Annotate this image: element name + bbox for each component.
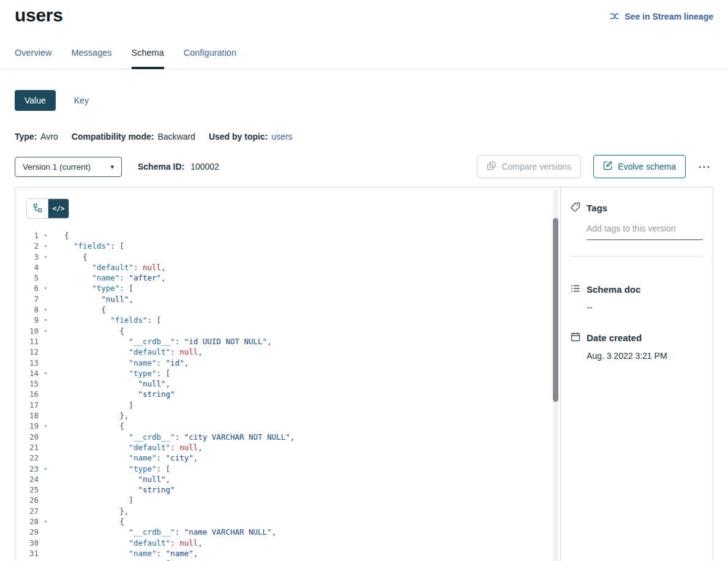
line-number: 17 [15,400,39,410]
code-text: "__crdb__": "id UUID NOT NULL", [64,336,272,347]
schema-doc-value: -- [587,303,703,312]
code-text: "name": "name", [64,548,198,559]
fold-arrow-icon[interactable]: ▾ [39,326,64,336]
code-text: }, [64,506,129,516]
code-line: 18 }, [15,410,550,421]
date-created-title: Date created [587,333,642,343]
code-text: ] [64,495,133,505]
line-number: 20 [15,432,39,442]
version-select[interactable]: Version 1 (current) ▾ [15,157,122,177]
compare-versions-button[interactable]: Compare versions [477,155,581,178]
line-number: 6 [15,283,39,293]
code-text: "name": "city", [64,453,198,463]
line-number: 22 [15,453,39,463]
fold-arrow-icon[interactable]: ▾ [39,315,64,325]
line-number: 21 [15,442,39,453]
fold-arrow-icon[interactable]: ▾ [39,464,64,474]
line-number: 28 [15,516,39,527]
scrollbar-track[interactable] [553,190,558,561]
tab-configuration[interactable]: Configuration [184,48,236,69]
code-line: 16 "string" [15,389,550,399]
topic-link[interactable]: users [271,132,292,141]
line-number: 9 [15,315,39,325]
fold-arrow-icon[interactable]: ▾ [39,516,64,527]
fold-spacer [39,378,64,389]
key-toggle-button[interactable]: Key [74,96,89,105]
code-text: "default": null, [64,442,203,453]
code-view-button[interactable]: </> [48,199,69,218]
code-lines: 1▾{2▾ "fields": [3▾ {4 "default": null,5… [15,230,550,561]
tab-overview[interactable]: Overview [15,48,51,69]
schema-doc-section: Schema doc -- [571,284,703,312]
code-text: { [64,421,124,431]
code-text: "null", [64,294,133,304]
tree-view-button[interactable] [27,199,48,218]
fold-spacer [39,442,64,453]
code-line: 29 "__crdb__": "name VARCHAR NULL", [15,527,550,537]
code-line: 19▾ { [15,421,550,431]
tab-messages[interactable]: Messages [71,48,111,69]
fold-arrow-icon[interactable]: ▾ [39,368,64,378]
tags-input[interactable] [587,220,703,240]
code-line: 5 "name": "after", [15,273,550,283]
schema-panel: </> 1▾{2▾ "fields": [3▾ {4 "default": nu… [15,187,713,561]
line-number: 4 [15,262,39,273]
calendar-icon [571,332,580,344]
line-number: 5 [15,273,39,283]
code-line: 1▾{ [15,230,550,241]
code-text: "name": "id", [64,358,189,368]
schema-doc-heading: Schema doc [571,284,703,295]
evolve-schema-button[interactable]: Evolve schema [593,155,686,178]
code-text: "type": [ [64,368,170,378]
fold-arrow-icon[interactable]: ▾ [39,230,64,241]
fold-spacer [39,495,64,505]
fold-arrow-icon[interactable]: ▾ [39,283,64,293]
code-text: "name": "after", [64,273,166,283]
compare-versions-label: Compare versions [501,162,571,171]
line-number: 10 [15,326,39,336]
page-title: users [15,5,63,26]
line-number: 14 [15,368,39,378]
line-number: 2 [15,241,39,251]
code-text: "fields": [ [64,241,124,251]
date-created-section: Date created Aug. 3 2022 3:21 PM [571,332,703,361]
fold-arrow-icon[interactable]: ▾ [39,252,64,262]
code-line: 4 "default": null, [15,262,550,273]
code-line: 23▾ "type": [ [15,464,550,474]
stream-lineage-icon [609,11,620,21]
value-toggle-button[interactable]: Value [15,90,56,111]
tags-section: Tags [571,202,703,257]
code-line: 27 }, [15,506,550,516]
scrollbar-thumb[interactable] [553,218,558,402]
fold-spacer [39,453,64,463]
code-line: 8▾ { [15,304,550,315]
schema-sidebar: Tags Schema doc -- [561,187,713,561]
code-line: 10▾ { [15,326,550,336]
code-line: 31 "name": "name", [15,548,550,559]
list-icon [571,284,580,295]
tree-view-icon [33,203,42,214]
fold-spacer [39,336,64,347]
line-number: 26 [15,495,39,505]
line-number: 13 [15,358,39,368]
fold-arrow-icon[interactable]: ▾ [39,559,64,561]
tab-schema[interactable]: Schema [132,48,164,69]
code-line: 32▾ "type": [ [15,559,550,561]
code-line: 11 "__crdb__": "id UUID NOT NULL", [15,336,550,347]
fold-spacer [39,347,64,357]
fold-spacer [39,262,64,273]
schema-editor: </> 1▾{2▾ "fields": [3▾ {4 "default": nu… [15,187,561,561]
code-text: "default": null, [64,262,166,273]
code-line: 12 "default": null, [15,347,550,357]
fold-arrow-icon[interactable]: ▾ [39,241,64,251]
more-options-button[interactable]: ⋯ [696,157,713,176]
stream-lineage-link[interactable]: See in Stream lineage [609,11,713,21]
code-text: "type": [ [64,464,170,474]
fold-arrow-icon[interactable]: ▾ [39,421,64,431]
fold-spacer [39,432,64,442]
line-number: 18 [15,410,39,421]
schema-id: Schema ID: 100002 [138,162,219,171]
code-line: 13 "name": "id", [15,358,550,368]
line-number: 25 [15,484,39,495]
fold-arrow-icon[interactable]: ▾ [39,304,64,315]
